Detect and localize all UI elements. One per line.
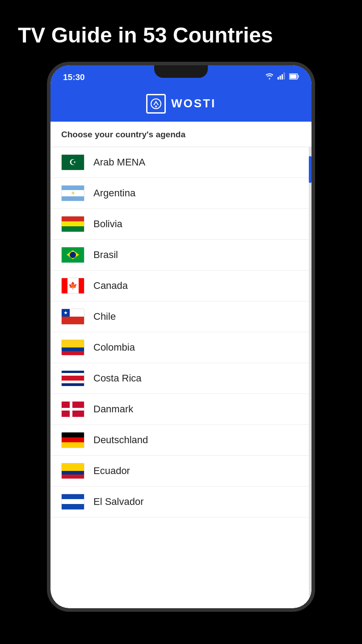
svg-point-8 [155, 106, 157, 107]
svg-rect-2 [282, 74, 283, 80]
app-logo-icon [146, 94, 166, 114]
list-item[interactable]: ☀Argentina [51, 178, 311, 209]
country-name-canada: Canada [93, 280, 128, 292]
status-icons [265, 72, 299, 82]
country-name-elsalvador: El Salvador [93, 496, 144, 508]
flag-costarica [61, 370, 84, 386]
country-name-costarica: Costa Rica [93, 373, 142, 384]
flag-brasil [61, 247, 84, 263]
phone-notch [154, 65, 208, 78]
country-name-argentina: Argentina [93, 187, 135, 199]
scroll-indicator [309, 147, 311, 608]
list-item[interactable]: Colombia [51, 332, 311, 363]
svg-rect-0 [278, 77, 279, 80]
svg-rect-3 [284, 72, 285, 80]
country-name-bolivia: Bolivia [93, 218, 122, 230]
subtitle-bar: Choose your country's agenda [51, 122, 311, 147]
scroll-thumb [309, 156, 311, 183]
flag-elsalvador [61, 494, 84, 510]
flag-argentina: ☀ [61, 185, 84, 201]
app-logo-text: WOSTI [171, 97, 216, 110]
flag-danmark [61, 401, 84, 417]
phone-frame: 15:30 [47, 62, 315, 612]
list-item[interactable]: El Salvador [51, 487, 311, 517]
country-name-brasil: Brasil [93, 249, 118, 261]
country-name-colombia: Colombia [93, 342, 135, 353]
list-item[interactable]: 🍁Canada [51, 271, 311, 301]
country-name-chile: Chile [93, 311, 116, 322]
list-item[interactable]: Arab MENA [51, 147, 311, 178]
flag-deutschland [61, 432, 84, 448]
app-header: WOSTI [51, 88, 311, 122]
svg-rect-5 [290, 75, 297, 79]
status-time: 15:30 [63, 72, 85, 82]
list-item[interactable]: Brasil [51, 240, 311, 271]
country-name-deutschland: Deutschland [93, 434, 148, 446]
country-name-danmark: Danmark [93, 403, 133, 415]
flag-canada: 🍁 [61, 278, 84, 294]
flag-chile: ★ [61, 309, 84, 325]
list-item[interactable]: ★Chile [51, 301, 311, 332]
flag-colombia [61, 339, 84, 356]
svg-rect-1 [280, 76, 281, 80]
list-item[interactable]: Deutschland [51, 425, 311, 456]
signal-icon [278, 72, 286, 82]
country-name-ecuador: Ecuador [93, 465, 130, 477]
wifi-icon [265, 72, 274, 82]
page-title: TV Guide in 53 Countries [0, 0, 362, 62]
list-item[interactable]: Danmark [51, 394, 311, 425]
flag-ecuador [61, 463, 84, 479]
battery-icon [289, 72, 299, 82]
subtitle-text: Choose your country's agenda [61, 130, 185, 139]
list-item[interactable]: Ecuador [51, 456, 311, 487]
country-name-arab: Arab MENA [93, 157, 145, 168]
svg-rect-6 [298, 75, 299, 78]
phone-screen: 15:30 [51, 65, 311, 608]
list-item[interactable]: Bolivia [51, 209, 311, 240]
flag-bolivia [61, 216, 84, 232]
flag-arab [61, 154, 84, 170]
list-item[interactable]: Costa Rica [51, 363, 311, 394]
country-list[interactable]: Arab MENA☀ArgentinaBoliviaBrasil🍁Canada★… [51, 147, 311, 608]
